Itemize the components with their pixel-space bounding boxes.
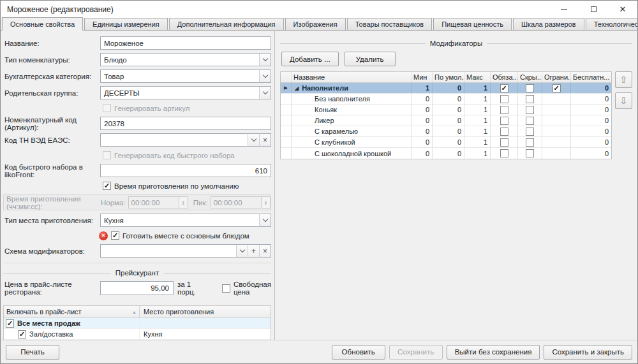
column-header-min[interactable]: Мин xyxy=(412,72,433,82)
tnved-dropdown-button[interactable] xyxy=(248,133,260,147)
column-header-name[interactable]: Название xyxy=(292,72,412,82)
modifier-scheme-add-button[interactable]: + xyxy=(248,244,260,258)
minimize-button[interactable] xyxy=(549,1,579,18)
table-row[interactable]: Зал/доставка Кухня xyxy=(4,329,271,340)
min-value[interactable]: 0 xyxy=(412,105,433,115)
required-checkbox[interactable] xyxy=(500,95,508,103)
refresh-button[interactable]: Обновить xyxy=(332,345,385,360)
required-checkbox[interactable] xyxy=(500,127,508,136)
cookplace-type-select[interactable]: Кухня xyxy=(100,214,260,227)
hidden-checkbox[interactable] xyxy=(526,149,534,157)
expand-icon[interactable]: ◢ xyxy=(295,85,299,91)
column-header-default[interactable]: По умол... xyxy=(433,72,464,82)
required-checkbox[interactable] xyxy=(500,106,508,114)
free-value[interactable]: 0 xyxy=(571,105,611,115)
tnved-code-input[interactable] xyxy=(100,133,248,147)
save-button[interactable]: Сохранить xyxy=(389,345,443,360)
default-value[interactable]: 0 xyxy=(433,83,464,93)
max-value[interactable]: 1 xyxy=(464,148,491,159)
modifier-row[interactable]: Ликер 0 0 1 0 xyxy=(281,115,611,126)
peak-time-input[interactable]: 00:00:00 xyxy=(211,196,262,208)
modifier-row[interactable]: Коньяк 0 0 1 0 xyxy=(281,105,611,115)
modifier-row[interactable]: С клубникой 0 0 1 0 xyxy=(281,137,611,148)
hidden-checkbox[interactable] xyxy=(526,106,534,114)
min-value[interactable]: 0 xyxy=(412,126,433,136)
free-value[interactable]: 0 xyxy=(571,148,611,159)
save-and-close-button[interactable]: Сохранить и закрыть xyxy=(544,345,632,360)
parent-group-dropdown-button[interactable] xyxy=(259,86,271,99)
generate-article-checkbox[interactable] xyxy=(103,104,111,112)
free-value[interactable]: 0 xyxy=(571,94,611,104)
max-value[interactable]: 1 xyxy=(464,83,491,93)
modifier-row[interactable]: С карамелью 0 0 1 0 xyxy=(281,126,611,137)
free-value[interactable]: 0 xyxy=(571,115,611,126)
tab-images[interactable]: Изображения xyxy=(285,18,346,30)
modifier-scheme-clear-button[interactable]: × xyxy=(259,244,271,258)
max-value[interactable]: 1 xyxy=(464,126,491,136)
print-button[interactable]: Печать xyxy=(6,345,59,360)
min-value[interactable]: 1 xyxy=(412,83,433,93)
nomenclature-code-input[interactable]: 20378 xyxy=(100,117,271,130)
default-cooktime-checkbox[interactable] xyxy=(103,182,111,190)
max-value[interactable]: 1 xyxy=(464,94,491,104)
required-checkbox[interactable] xyxy=(500,84,508,92)
default-value[interactable]: 0 xyxy=(433,148,464,159)
hidden-checkbox[interactable] xyxy=(526,84,534,92)
min-value[interactable]: 0 xyxy=(412,94,433,104)
parent-group-select[interactable]: ДЕСЕРТЫ xyxy=(100,86,260,99)
generate-fastcode-checkbox[interactable] xyxy=(103,151,111,159)
required-checkbox[interactable] xyxy=(500,138,508,147)
hidden-checkbox[interactable] xyxy=(526,117,534,125)
add-modifier-button[interactable]: Добавить ... xyxy=(281,52,339,66)
column-header-max[interactable]: Макс xyxy=(464,72,491,82)
modifier-group-row[interactable]: ▶ ◢Наполнители 1 0 1 0 xyxy=(281,83,611,94)
norm-time-input[interactable]: 00:00:00 xyxy=(128,196,179,208)
free-price-checkbox[interactable] xyxy=(222,284,230,293)
exit-without-saving-button[interactable]: Выйти без сохранения xyxy=(447,345,540,360)
default-value[interactable]: 0 xyxy=(433,105,464,115)
hidden-checkbox[interactable] xyxy=(526,127,534,136)
maximize-button[interactable] xyxy=(579,1,608,18)
close-button[interactable]: ✕ xyxy=(608,1,637,18)
delete-modifier-button[interactable]: Удалить xyxy=(345,52,396,66)
row-checkbox[interactable] xyxy=(18,330,26,339)
min-value[interactable]: 0 xyxy=(412,148,433,159)
max-value[interactable]: 1 xyxy=(464,115,491,126)
modifier-scheme-input[interactable] xyxy=(100,244,237,258)
required-checkbox[interactable] xyxy=(500,149,508,157)
move-down-button[interactable]: ⇩ xyxy=(615,92,632,109)
nomenclature-type-select[interactable]: Блюдо xyxy=(100,53,260,66)
column-header-include[interactable]: Включать в прайс-лист ▲ xyxy=(4,306,140,317)
move-up-button[interactable]: ⇧ xyxy=(615,71,632,88)
row-checkbox[interactable] xyxy=(6,319,14,328)
default-value[interactable]: 0 xyxy=(433,137,464,147)
price-input[interactable]: 95,00 xyxy=(100,281,174,295)
min-value[interactable]: 0 xyxy=(412,137,433,147)
hidden-checkbox[interactable] xyxy=(526,95,534,103)
accounting-category-dropdown-button[interactable] xyxy=(259,69,271,83)
max-value[interactable]: 1 xyxy=(464,137,491,147)
tnved-clear-button[interactable]: × xyxy=(259,133,271,147)
table-row[interactable]: Все места продаж xyxy=(4,318,271,329)
tab-nutrition[interactable]: Пищевая ценность xyxy=(433,18,512,30)
tab-units[interactable]: Единицы измерения xyxy=(84,18,168,30)
default-value[interactable]: 0 xyxy=(433,94,464,104)
required-checkbox[interactable] xyxy=(500,117,508,125)
limited-checkbox[interactable] xyxy=(553,84,561,92)
tab-main-properties[interactable]: Основные свойства xyxy=(2,17,83,31)
tab-tech-cards[interactable]: Технологические карты xyxy=(586,18,638,30)
tab-additional-info[interactable]: Дополнительная информация xyxy=(169,18,284,30)
default-value[interactable]: 0 xyxy=(433,115,464,126)
max-value[interactable]: 1 xyxy=(464,105,491,115)
free-value[interactable]: 0 xyxy=(571,137,611,147)
column-header-limited[interactable]: Ограни... xyxy=(542,72,571,82)
free-value[interactable]: 0 xyxy=(571,126,611,136)
column-header-hidden[interactable]: Скры... xyxy=(518,72,542,82)
column-header-place[interactable]: Место приготовления xyxy=(140,308,271,316)
cookplace-dropdown-button[interactable] xyxy=(259,214,271,227)
tab-supplier-goods[interactable]: Товары поставщиков xyxy=(347,18,432,30)
tab-size-scale[interactable]: Шкала размеров xyxy=(513,18,584,30)
min-value[interactable]: 0 xyxy=(412,115,433,126)
default-value[interactable]: 0 xyxy=(433,126,464,136)
column-header-free[interactable]: Бесплатн... xyxy=(571,72,611,82)
